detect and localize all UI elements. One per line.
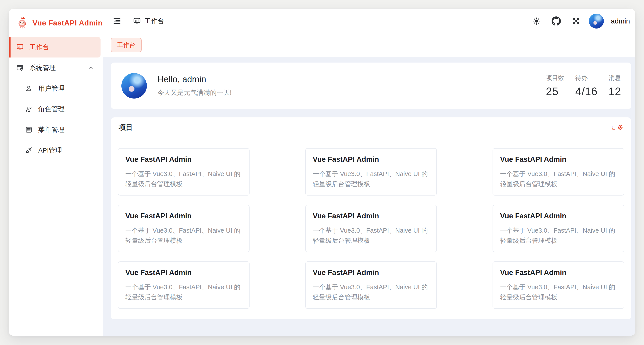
- welcome-title: Hello, admin: [158, 74, 232, 84]
- sidebar: Vue FastAPI Admin 工作台 系统管理 用户管理: [9, 9, 103, 336]
- stat-value: 25: [546, 85, 564, 98]
- content-area: Hello, admin 今天又是元气满满的一天! 项目数 25 待办 4/16: [103, 56, 635, 336]
- project-card[interactable]: Vue FastAPI Admin 一个基于 Vue3.0、FastAPI、Na…: [118, 262, 250, 309]
- project-title: Vue FastAPI Admin: [125, 155, 242, 164]
- project-description: 一个基于 Vue3.0、FastAPI、Naive UI 的轻量级后台管理模板: [313, 226, 430, 246]
- projects-grid: Vue FastAPI Admin 一个基于 Vue3.0、FastAPI、Na…: [118, 148, 624, 309]
- api-plug-icon: [25, 146, 32, 154]
- header: 工作台 admin: [103, 9, 635, 33]
- sidebar-item-label: API管理: [38, 146, 62, 155]
- app-title: Vue FastAPI Admin: [32, 19, 103, 27]
- project-card[interactable]: Vue FastAPI Admin 一个基于 Vue3.0、FastAPI、Na…: [305, 205, 437, 252]
- user-avatar[interactable]: [589, 14, 604, 28]
- sidebar-item-api-management[interactable]: API管理: [9, 140, 103, 161]
- project-description: 一个基于 Vue3.0、FastAPI、Naive UI 的轻量级后台管理模板: [125, 169, 242, 189]
- system-settings-icon: [16, 64, 24, 72]
- project-card[interactable]: Vue FastAPI Admin 一个基于 Vue3.0、FastAPI、Na…: [492, 148, 624, 196]
- sidebar-menu: 工作台 系统管理 用户管理 角色管理 菜单管理: [9, 37, 103, 161]
- role-icon: [25, 105, 32, 113]
- project-title: Vue FastAPI Admin: [500, 212, 617, 220]
- projects-title: 项目: [119, 123, 133, 132]
- tab-workbench[interactable]: 工作台: [111, 38, 142, 52]
- sidebar-item-user-management[interactable]: 用户管理: [9, 78, 103, 99]
- chick-logo-icon: [17, 17, 28, 29]
- header-actions: admin: [530, 14, 630, 28]
- project-description: 一个基于 Vue3.0、FastAPI、Naive UI 的轻量级后台管理模板: [500, 226, 617, 246]
- project-description: 一个基于 Vue3.0、FastAPI、Naive UI 的轻量级后台管理模板: [125, 226, 242, 246]
- fullscreen-icon: [572, 17, 580, 25]
- welcome-stats: 项目数 25 待办 4/16 消息 12: [546, 74, 621, 98]
- welcome-card: Hello, admin 今天又是元气满满的一天! 项目数 25 待办 4/16: [111, 62, 631, 109]
- sidebar-item-system-management[interactable]: 系统管理: [9, 58, 103, 78]
- username[interactable]: admin: [611, 17, 630, 25]
- project-card[interactable]: Vue FastAPI Admin 一个基于 Vue3.0、FastAPI、Na…: [118, 205, 250, 252]
- app-logo[interactable]: Vue FastAPI Admin: [9, 9, 103, 37]
- stat-label: 项目数: [546, 74, 564, 82]
- menu-fold-icon: [113, 17, 121, 25]
- sidebar-item-label: 用户管理: [38, 84, 64, 93]
- sidebar-item-label: 角色管理: [38, 105, 64, 114]
- stat-messages: 消息 12: [608, 74, 621, 98]
- breadcrumb[interactable]: 工作台: [133, 17, 164, 26]
- workbench-monitor-icon: [16, 44, 24, 51]
- desktop-background: Vue FastAPI Admin 工作台 系统管理 用户管理: [0, 0, 644, 345]
- project-card[interactable]: Vue FastAPI Admin 一个基于 Vue3.0、FastAPI、Na…: [305, 262, 437, 309]
- github-icon: [552, 16, 561, 26]
- user-icon: [25, 85, 32, 92]
- github-button[interactable]: [550, 14, 563, 28]
- sun-icon: [532, 17, 540, 25]
- sidebar-item-role-management[interactable]: 角色管理: [9, 99, 103, 120]
- theme-toggle-button[interactable]: [530, 15, 543, 28]
- welcome-subtitle: 今天又是元气满满的一天!: [158, 88, 232, 97]
- project-card[interactable]: Vue FastAPI Admin 一个基于 Vue3.0、FastAPI、Na…: [492, 262, 624, 309]
- sidebar-item-label: 系统管理: [30, 64, 56, 72]
- stat-todo: 待办 4/16: [575, 74, 598, 98]
- sidebar-item-menu-management[interactable]: 菜单管理: [9, 120, 103, 140]
- sidebar-item-workbench[interactable]: 工作台: [9, 37, 100, 58]
- projects-card: 项目 更多 Vue FastAPI Admin 一个基于 Vue3.0、Fast…: [111, 118, 631, 319]
- projects-header: 项目 更多: [111, 118, 631, 138]
- stat-label: 消息: [608, 74, 621, 82]
- project-title: Vue FastAPI Admin: [125, 268, 242, 277]
- projects-more-link[interactable]: 更多: [611, 123, 623, 132]
- fullscreen-button[interactable]: [570, 15, 582, 28]
- project-card[interactable]: Vue FastAPI Admin 一个基于 Vue3.0、FastAPI、Na…: [118, 148, 250, 196]
- project-title: Vue FastAPI Admin: [500, 268, 617, 277]
- stat-value: 12: [608, 85, 621, 98]
- breadcrumb-label: 工作台: [144, 17, 164, 26]
- app-window: Vue FastAPI Admin 工作台 系统管理 用户管理: [9, 9, 635, 336]
- project-title: Vue FastAPI Admin: [125, 212, 242, 220]
- sidebar-item-label: 菜单管理: [38, 125, 64, 134]
- project-title: Vue FastAPI Admin: [313, 268, 430, 277]
- welcome-text: Hello, admin 今天又是元气满满的一天!: [158, 74, 232, 97]
- project-description: 一个基于 Vue3.0、FastAPI、Naive UI 的轻量级后台管理模板: [125, 282, 242, 302]
- project-description: 一个基于 Vue3.0、FastAPI、Naive UI 的轻量级后台管理模板: [313, 282, 430, 302]
- stat-value: 4/16: [575, 85, 598, 98]
- breadcrumb-workbench-icon: [133, 17, 141, 25]
- project-description: 一个基于 Vue3.0、FastAPI、Naive UI 的轻量级后台管理模板: [500, 282, 617, 302]
- project-title: Vue FastAPI Admin: [313, 212, 430, 220]
- tab-bar: 工作台: [103, 33, 635, 56]
- project-card[interactable]: Vue FastAPI Admin 一个基于 Vue3.0、FastAPI、Na…: [492, 205, 624, 252]
- sidebar-item-label: 工作台: [30, 43, 49, 52]
- collapse-sidebar-button[interactable]: [111, 15, 123, 28]
- main-area: 工作台 admin 工作台: [103, 9, 635, 336]
- welcome-avatar: [122, 73, 147, 98]
- project-description: 一个基于 Vue3.0、FastAPI、Naive UI 的轻量级后台管理模板: [313, 169, 430, 189]
- menu-list-icon: [25, 126, 32, 134]
- project-card[interactable]: Vue FastAPI Admin 一个基于 Vue3.0、FastAPI、Na…: [305, 148, 437, 196]
- chevron-up-icon: [87, 64, 94, 71]
- project-description: 一个基于 Vue3.0、FastAPI、Naive UI 的轻量级后台管理模板: [500, 169, 617, 189]
- project-title: Vue FastAPI Admin: [313, 155, 430, 164]
- stat-label: 待办: [575, 74, 598, 82]
- project-title: Vue FastAPI Admin: [500, 155, 617, 164]
- stat-projects: 项目数 25: [546, 74, 564, 98]
